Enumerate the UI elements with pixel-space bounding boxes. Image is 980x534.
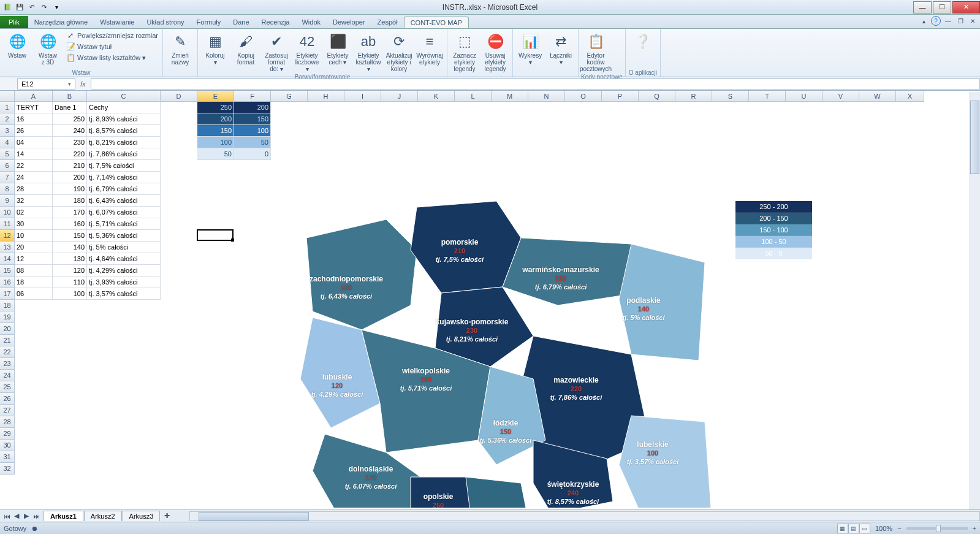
cell-E1[interactable]: 250 xyxy=(197,102,234,113)
row-header-21[interactable]: 21 xyxy=(0,335,15,346)
cell-A11[interactable]: 30 xyxy=(15,218,53,230)
row-header-6[interactable]: 6 xyxy=(0,160,15,172)
cell-A10[interactable]: 02 xyxy=(15,207,53,218)
cell-B5[interactable]: 220 xyxy=(53,148,87,160)
column-header-I[interactable]: I xyxy=(344,91,381,102)
column-header-Q[interactable]: Q xyxy=(639,91,675,102)
cell-B14[interactable]: 130 xyxy=(53,253,87,265)
cell-B11[interactable]: 160 xyxy=(53,218,87,230)
row-header-30[interactable]: 30 xyxy=(0,440,15,451)
column-header-S[interactable]: S xyxy=(712,91,749,102)
minimize-button[interactable]: — xyxy=(913,1,932,13)
row-header-29[interactable]: 29 xyxy=(0,428,15,440)
undo-icon[interactable]: ↶ xyxy=(27,2,37,12)
tab-file[interactable]: Plik xyxy=(0,16,28,28)
vertical-scrollbar[interactable] xyxy=(970,92,980,509)
zoom-slider[interactable] xyxy=(906,527,968,530)
row-header-3[interactable]: 3 xyxy=(0,125,15,137)
workbook-close-icon[interactable]: ✕ xyxy=(968,16,978,26)
cell-B1[interactable]: Dane 1 xyxy=(53,102,87,113)
tab-uk-ad-strony[interactable]: Układ strony xyxy=(140,17,190,28)
etlicz-button[interactable]: 42Etykietyliczbowe ▾ xyxy=(292,30,322,74)
workbook-restore-icon[interactable]: ❐ xyxy=(955,16,965,26)
row-header-1[interactable]: 1 xyxy=(0,102,15,113)
zaznleg-button[interactable]: ⬚Zaznacz etykietylegendy xyxy=(450,30,479,74)
wykresy-button[interactable]: 📊Wykresy▾ xyxy=(515,30,545,67)
row-header-7[interactable]: 7 xyxy=(0,172,15,183)
poland-map[interactable]: pomorskie210tj. 7,5% całościzachodniopom… xyxy=(288,195,729,508)
cell-A14[interactable]: 12 xyxy=(15,253,53,265)
cell-A4[interactable]: 04 xyxy=(15,137,53,148)
cell-B17[interactable]: 100 xyxy=(53,288,87,300)
tab-formu-y[interactable]: Formuły xyxy=(191,17,227,28)
row-header-24[interactable]: 24 xyxy=(0,370,15,381)
sheet-nav-first-icon[interactable]: ⏮ xyxy=(2,511,11,521)
fill-handle[interactable] xyxy=(231,238,234,242)
row-header-2[interactable]: 2 xyxy=(0,113,15,125)
column-header-G[interactable]: G xyxy=(271,91,308,102)
column-header-A[interactable]: A xyxy=(15,91,53,102)
save-icon[interactable]: 💾 xyxy=(15,2,25,12)
help-icon[interactable]: ? xyxy=(931,16,941,26)
cell-E3[interactable]: 150 xyxy=(197,125,234,137)
view-layout-button[interactable]: ▤ xyxy=(848,524,859,533)
column-header-F[interactable]: F xyxy=(234,91,271,102)
name-box-dropdown-icon[interactable]: ▾ xyxy=(68,81,71,87)
select-all-corner[interactable] xyxy=(0,91,15,102)
powieksz-button[interactable]: ⤢Powiększ/zmniejsz rozmiar xyxy=(64,30,160,41)
row-header-12[interactable]: 12 xyxy=(0,230,15,242)
sheet-tab-arkusz3[interactable]: Arkusz3 xyxy=(123,511,161,521)
sheet-tab-arkusz1[interactable]: Arkusz1 xyxy=(44,511,83,521)
usuwleg-button[interactable]: ⛔Usuwaj etykietylegendy xyxy=(481,30,510,74)
row-header-19[interactable]: 19 xyxy=(0,311,15,323)
maximize-button[interactable]: ☐ xyxy=(933,1,951,13)
vertical-scroll-thumb[interactable] xyxy=(970,101,979,174)
cell-A9[interactable]: 32 xyxy=(15,195,53,207)
wstaw3d-button[interactable]: 🌐Wstawz 3D xyxy=(33,30,63,67)
name-box[interactable]: E12 ▾ xyxy=(17,78,75,90)
new-sheet-icon[interactable]: ✚ xyxy=(162,511,171,521)
row-header-13[interactable]: 13 xyxy=(0,242,15,253)
region-slaskie[interactable] xyxy=(466,477,533,508)
cell-C10[interactable]: tj. 6,07% całości xyxy=(87,207,161,218)
region-pomorskie[interactable] xyxy=(411,201,521,293)
sheet-nav-next-icon[interactable]: ▶ xyxy=(22,511,31,521)
cell-F1[interactable]: 200 xyxy=(234,102,271,113)
tab-widok[interactable]: Widok xyxy=(295,17,327,28)
cell-A17[interactable]: 06 xyxy=(15,288,53,300)
region-warminsko-mazurskie[interactable] xyxy=(503,238,637,305)
row-header-8[interactable]: 8 xyxy=(0,183,15,195)
row-header-20[interactable]: 20 xyxy=(0,323,15,335)
cell-A8[interactable]: 28 xyxy=(15,183,53,195)
row-header-10[interactable]: 10 xyxy=(0,207,15,218)
cell-B4[interactable]: 230 xyxy=(53,137,87,148)
column-header-H[interactable]: H xyxy=(308,91,344,102)
cell-B16[interactable]: 110 xyxy=(53,277,87,288)
cell-A15[interactable]: 08 xyxy=(15,265,53,277)
column-header-M[interactable]: M xyxy=(492,91,528,102)
tab-deweloper[interactable]: Deweloper xyxy=(327,17,371,28)
zoom-out-button[interactable]: − xyxy=(897,525,901,532)
row-header-27[interactable]: 27 xyxy=(0,405,15,416)
column-header-O[interactable]: O xyxy=(565,91,602,102)
column-header-B[interactable]: B xyxy=(53,91,87,102)
cell-B15[interactable]: 120 xyxy=(53,265,87,277)
cell-C15[interactable]: tj. 4,29% całości xyxy=(87,265,161,277)
column-header-K[interactable]: K xyxy=(418,91,455,102)
cell-B2[interactable]: 250 xyxy=(53,113,87,125)
zoom-slider-thumb[interactable] xyxy=(936,525,941,532)
view-pagebreak-button[interactable]: ▭ xyxy=(859,524,870,533)
cell-A12[interactable]: 10 xyxy=(15,230,53,242)
view-normal-button[interactable]: ▦ xyxy=(837,524,848,533)
region-zachodniopomorskie[interactable] xyxy=(306,219,417,330)
cell-C13[interactable]: tj. 5% całości xyxy=(87,242,161,253)
sheet-nav-prev-icon[interactable]: ◀ xyxy=(12,511,21,521)
formula-input[interactable] xyxy=(91,78,980,90)
horizontal-scroll-thumb[interactable] xyxy=(199,512,309,521)
tab-recenzja[interactable]: Recenzja xyxy=(256,17,296,28)
cell-A1[interactable]: TERYT xyxy=(15,102,53,113)
wyrownaj-button[interactable]: ≡Wyrównajetykiety xyxy=(415,30,444,67)
etcech-button[interactable]: ⬛Etykietycech ▾ xyxy=(323,30,352,67)
cell-C3[interactable]: tj. 8,57% całości xyxy=(87,125,161,137)
row-header-5[interactable]: 5 xyxy=(0,148,15,160)
